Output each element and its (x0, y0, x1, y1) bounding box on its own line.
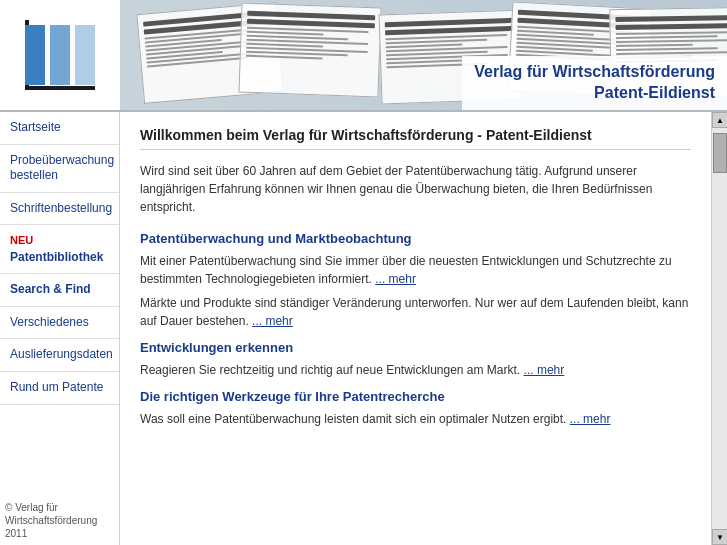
section-3-title: Die richtigen Werkzeuge für Ihre Patentr… (140, 389, 691, 404)
sidebar-nav: Startseite Probeüberwachung bestellen Sc… (0, 112, 120, 405)
sidebar-item-search-find[interactable]: Search & Find (0, 274, 119, 307)
page-heading: Willkommen beim Verlag für Wirtschaftsfö… (140, 127, 691, 150)
more-link-4[interactable]: ... mehr (570, 412, 611, 426)
sidebar-item-patentbibliothek[interactable]: Patentbibliothek (0, 250, 119, 275)
section-patentuberwachung: Patentüberwachung und Marktbeobachtung M… (140, 231, 691, 330)
scroll-up-button[interactable]: ▲ (712, 112, 727, 128)
header-background: Verlag für Wirtschaftsförderung Patent-E… (120, 0, 727, 110)
section-werkzeuge: Die richtigen Werkzeuge für Ihre Patentr… (140, 389, 691, 428)
sidebar-item-verschiedenes[interactable]: Verschiedenes (0, 307, 119, 340)
sidebar-footer: © Verlag für Wirtschaftsförderung 2011 (5, 501, 115, 540)
sidebar-item-startseite[interactable]: Startseite (0, 112, 119, 145)
sidebar-item-probeuberwachung[interactable]: Probeüberwachung bestellen (0, 145, 119, 193)
intro-text: Wird sind seit über 60 Jahren auf dem Ge… (140, 162, 691, 216)
sidebar-item-auslieferungsdaten[interactable]: Auslieferungsdaten (0, 339, 119, 372)
logo-area (0, 0, 120, 110)
section-entwicklungen: Entwicklungen erkennen Reagieren Sie rec… (140, 340, 691, 379)
sidebar-item-schriftenbestellung[interactable]: Schriftenbestellung (0, 193, 119, 226)
sidebar: Startseite Probeüberwachung bestellen Sc… (0, 112, 120, 545)
header: Verlag für Wirtschaftsförderung Patent-E… (0, 0, 727, 110)
main-layout: Startseite Probeüberwachung bestellen Sc… (0, 110, 727, 545)
section-1-para-1: Mit einer Patentüberwachung sind Sie imm… (140, 252, 691, 288)
scrollbar[interactable]: ▲ ▼ (711, 112, 727, 545)
scroll-track[interactable] (712, 128, 727, 529)
sidebar-neu-label: NEU (0, 225, 119, 249)
section-1-title: Patentüberwachung und Marktbeobachtung (140, 231, 691, 246)
patent-doc-2 (238, 3, 381, 98)
more-link-3[interactable]: ... mehr (524, 363, 565, 377)
logo (25, 20, 95, 90)
scroll-thumb[interactable] (713, 133, 727, 173)
main-content: Willkommen beim Verlag für Wirtschaftsfö… (120, 112, 711, 545)
header-title-box: Verlag für Wirtschaftsförderung Patent-E… (462, 56, 727, 110)
more-link-2[interactable]: ... mehr (252, 314, 293, 328)
sidebar-item-rund-um-patente[interactable]: Rund um Patente (0, 372, 119, 405)
section-2-title: Entwicklungen erkennen (140, 340, 691, 355)
section-3-para-1: Was soll eine Patentüberwachung leisten … (140, 410, 691, 428)
section-1-para-2: Märkte und Produkte sind ständiger Verän… (140, 294, 691, 330)
more-link-1[interactable]: ... mehr (375, 272, 416, 286)
header-title: Verlag für Wirtschaftsförderung Patent-E… (474, 62, 715, 104)
scroll-down-button[interactable]: ▼ (712, 529, 727, 545)
section-2-para-1: Reagieren Sie rechtzeitig und richtig au… (140, 361, 691, 379)
